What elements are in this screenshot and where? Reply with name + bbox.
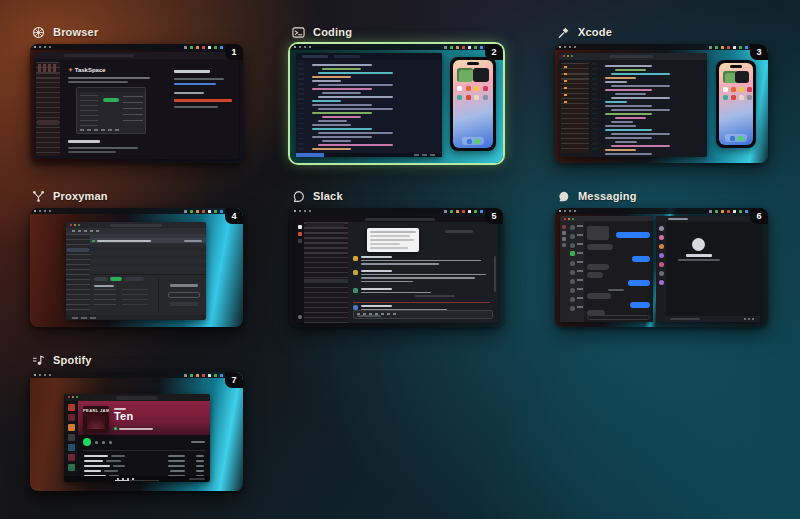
detail-divider xyxy=(158,278,159,312)
workspace-thumbnail-xcode[interactable]: 3 xyxy=(555,44,768,163)
menu-bar xyxy=(30,208,243,214)
taskspace-logo-icon: ✦ xyxy=(68,67,73,73)
status-right-segments xyxy=(414,154,438,156)
toolbar-icons xyxy=(72,230,102,232)
workspace-badge: 3 xyxy=(750,44,768,60)
nodes-icon xyxy=(32,190,45,203)
workspace-label-row: Messaging xyxy=(555,184,769,208)
menu-bar xyxy=(290,208,503,214)
status-mode-segment xyxy=(296,153,324,157)
secondary-button xyxy=(170,302,198,306)
activity-view xyxy=(609,55,653,58)
scrollbar[interactable] xyxy=(494,256,496,292)
hammer-icon xyxy=(557,26,570,39)
workspace-card-browser: Browser 1 ✦ TaskSpace xyxy=(30,20,244,163)
conversation-list xyxy=(568,221,584,322)
incoming-bubble xyxy=(587,293,611,299)
request-url xyxy=(97,240,151,242)
library-album-covers xyxy=(68,404,75,411)
workspace-thumbnail-proxyman[interactable]: 4 xyxy=(30,208,243,327)
editor-tabs xyxy=(302,55,328,58)
telegram-titlebar xyxy=(656,216,760,222)
popup-line xyxy=(370,231,416,233)
map-widget xyxy=(457,68,473,82)
green-button xyxy=(103,98,119,102)
popup-line xyxy=(370,239,414,241)
workspace-name: Browser xyxy=(53,26,98,38)
message xyxy=(353,270,491,284)
dynamic-island xyxy=(467,62,479,65)
embedded-footer-icons xyxy=(80,129,120,131)
workspace-card-proxyman: Proxyman 4 xyxy=(30,184,244,327)
telegram-window xyxy=(656,216,760,322)
slack-window xyxy=(295,216,498,323)
message xyxy=(353,256,491,267)
conversation-lines xyxy=(577,225,583,310)
detail-keys xyxy=(94,289,116,307)
outgoing-bubble xyxy=(630,302,650,308)
window-title-bar xyxy=(110,224,162,227)
embedded-list-right xyxy=(123,96,143,126)
pane-divider xyxy=(90,274,206,275)
message-preview-popup xyxy=(367,228,419,252)
workspace-thumbnail-slack[interactable]: 5 xyxy=(290,208,503,327)
xcode-toolbar xyxy=(559,53,707,60)
new-messages-divider xyxy=(353,302,490,303)
app-icon-grid xyxy=(723,87,753,100)
popup-line xyxy=(370,243,400,245)
popup-line xyxy=(370,235,410,237)
dark-widget xyxy=(473,68,489,82)
tracklist-header-rule xyxy=(83,450,205,451)
profile-name xyxy=(686,254,712,257)
workspace-card-spotify: Spotify 7 PEARL JAM Ten xyxy=(30,348,244,491)
music-note-icon xyxy=(32,354,45,367)
workspace-rail xyxy=(295,222,304,323)
album-title: Ten xyxy=(114,410,133,422)
spotify-search-bar xyxy=(116,396,158,400)
avatar xyxy=(353,256,358,261)
line-number-gutter xyxy=(298,63,304,151)
tab-pill xyxy=(94,277,108,281)
workspace-thumbnail-coding[interactable]: 2 xyxy=(290,44,503,163)
workspace-switcher-icons xyxy=(298,225,302,229)
channel-sidebar xyxy=(304,222,348,323)
avatar xyxy=(353,288,358,293)
workspace-thumbnail-browser[interactable]: 1 ✦ TaskSpace xyxy=(30,44,243,163)
spotify-window: PEARL JAM Ten xyxy=(64,394,210,482)
menu-bar xyxy=(555,44,768,50)
volume-control[interactable] xyxy=(189,478,205,480)
play-button[interactable] xyxy=(83,438,91,446)
album-cover-art xyxy=(87,414,105,429)
progress-fill xyxy=(115,480,129,481)
folder-icons xyxy=(564,66,567,106)
workspace-name: Messaging xyxy=(578,190,637,202)
aside-line xyxy=(174,78,224,80)
chat-filled-icon xyxy=(557,190,570,203)
workspace-name: Xcode xyxy=(578,26,612,38)
artist-dot xyxy=(114,427,117,430)
filter-icons xyxy=(562,225,566,229)
code-lines xyxy=(599,63,701,155)
compass-icon xyxy=(32,26,45,39)
dynamic-island xyxy=(730,65,742,68)
imessage-input xyxy=(587,315,650,320)
workspace-card-xcode: Xcode 3 xyxy=(555,20,769,163)
outgoing-bubble xyxy=(628,280,650,286)
orange-progress-bar xyxy=(174,99,232,102)
workspace-thumbnail-messaging[interactable]: 6 xyxy=(555,208,768,327)
profile-subtitle xyxy=(678,259,720,261)
workspace-badge: 6 xyxy=(750,208,768,224)
imessage-window xyxy=(560,216,653,322)
no-body-label xyxy=(170,284,198,287)
proxyman-statusbar xyxy=(66,315,206,320)
library-sidebar xyxy=(64,401,78,476)
workspace-label-row: Proxyman xyxy=(30,184,244,208)
contact-rail xyxy=(656,222,666,322)
request-table-rows xyxy=(90,243,206,271)
dock xyxy=(462,137,484,145)
workspace-label-row: Xcode xyxy=(555,20,769,44)
workspace-thumbnail-spotify[interactable]: 7 PEARL JAM Ten xyxy=(30,372,243,491)
browser-sidebar xyxy=(36,62,60,156)
dock xyxy=(725,134,747,142)
statusbar-buttons xyxy=(72,317,96,319)
